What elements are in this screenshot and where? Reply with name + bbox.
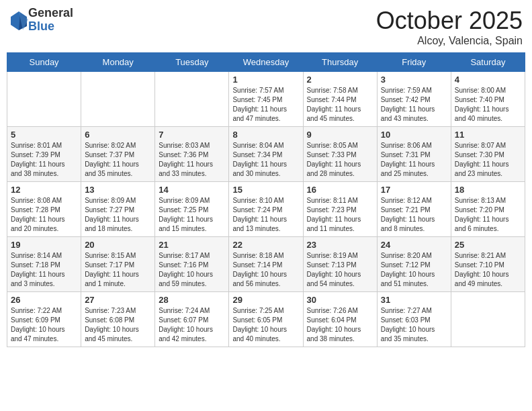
day-number: 25 (455, 240, 521, 250)
day-number: 26 (11, 295, 77, 305)
day-info: Sunrise: 7:57 AMSunset: 7:45 PMDaylight:… (232, 86, 299, 124)
day-number: 14 (159, 185, 225, 195)
calendar-cell: 8Sunrise: 8:04 AMSunset: 7:34 PMDaylight… (229, 127, 303, 182)
day-number: 30 (307, 295, 373, 305)
calendar-cell: 15Sunrise: 8:10 AMSunset: 7:24 PMDayligh… (229, 182, 303, 237)
day-info: Sunrise: 8:15 AMSunset: 7:17 PMDaylight:… (85, 251, 151, 289)
weekday-header-tuesday: Tuesday (155, 53, 229, 72)
calendar-cell: 7Sunrise: 8:03 AMSunset: 7:36 PMDaylight… (155, 127, 229, 182)
week-row-4: 19Sunrise: 8:14 AMSunset: 7:18 PMDayligh… (7, 237, 525, 292)
calendar-cell: 19Sunrise: 8:14 AMSunset: 7:18 PMDayligh… (7, 237, 81, 292)
title-block: October 2025 Alcoy, Valencia, Spain (376, 7, 523, 47)
day-number: 16 (307, 185, 373, 195)
day-number: 3 (381, 75, 447, 85)
calendar-cell: 24Sunrise: 8:20 AMSunset: 7:12 PMDayligh… (377, 237, 451, 292)
calendar-cell: 31Sunrise: 7:27 AMSunset: 6:03 PMDayligh… (377, 292, 451, 347)
day-info: Sunrise: 8:17 AMSunset: 7:16 PMDaylight:… (159, 251, 225, 289)
weekday-header-row: SundayMondayTuesdayWednesdayThursdayFrid… (7, 53, 525, 72)
day-info: Sunrise: 8:07 AMSunset: 7:30 PMDaylight:… (455, 141, 521, 179)
day-info: Sunrise: 8:18 AMSunset: 7:14 PMDaylight:… (232, 251, 299, 289)
weekday-header-sunday: Sunday (7, 53, 81, 72)
day-number: 18 (455, 185, 521, 195)
calendar-cell: 4Sunrise: 8:00 AMSunset: 7:40 PMDaylight… (451, 72, 525, 127)
calendar-cell: 22Sunrise: 8:18 AMSunset: 7:14 PMDayligh… (229, 237, 303, 292)
calendar-cell: 18Sunrise: 8:13 AMSunset: 7:20 PMDayligh… (451, 182, 525, 237)
weekday-header-friday: Friday (377, 53, 451, 72)
week-row-5: 26Sunrise: 7:22 AMSunset: 6:09 PMDayligh… (7, 292, 525, 347)
calendar-cell: 6Sunrise: 8:02 AMSunset: 7:37 PMDaylight… (81, 127, 155, 182)
day-number: 29 (232, 295, 299, 305)
day-number: 10 (381, 130, 447, 140)
logo-text: General Blue (28, 7, 73, 34)
day-info: Sunrise: 8:08 AMSunset: 7:28 PMDaylight:… (11, 196, 77, 234)
day-number: 11 (455, 130, 521, 140)
week-row-1: 1Sunrise: 7:57 AMSunset: 7:45 PMDaylight… (7, 72, 525, 127)
calendar-cell: 5Sunrise: 8:01 AMSunset: 7:39 PMDaylight… (7, 127, 81, 182)
calendar-cell: 10Sunrise: 8:06 AMSunset: 7:31 PMDayligh… (377, 127, 451, 182)
day-number: 28 (159, 295, 225, 305)
week-row-3: 12Sunrise: 8:08 AMSunset: 7:28 PMDayligh… (7, 182, 525, 237)
day-info: Sunrise: 8:06 AMSunset: 7:31 PMDaylight:… (381, 141, 447, 179)
day-number: 8 (232, 130, 299, 140)
day-number: 27 (85, 295, 151, 305)
calendar-table: SundayMondayTuesdayWednesdayThursdayFrid… (7, 52, 525, 347)
calendar-cell: 21Sunrise: 8:17 AMSunset: 7:16 PMDayligh… (155, 237, 229, 292)
calendar-cell: 29Sunrise: 7:25 AMSunset: 6:05 PMDayligh… (229, 292, 303, 347)
day-info: Sunrise: 7:27 AMSunset: 6:03 PMDaylight:… (381, 306, 447, 344)
logo-icon (9, 10, 26, 30)
calendar-cell: 28Sunrise: 7:24 AMSunset: 6:07 PMDayligh… (155, 292, 229, 347)
day-number: 4 (455, 75, 521, 85)
day-info: Sunrise: 8:19 AMSunset: 7:13 PMDaylight:… (307, 251, 373, 289)
calendar-cell: 1Sunrise: 7:57 AMSunset: 7:45 PMDaylight… (229, 72, 303, 127)
calendar-cell: 25Sunrise: 8:21 AMSunset: 7:10 PMDayligh… (451, 237, 525, 292)
calendar-cell: 30Sunrise: 7:26 AMSunset: 6:04 PMDayligh… (303, 292, 377, 347)
calendar-cell: 20Sunrise: 8:15 AMSunset: 7:17 PMDayligh… (81, 237, 155, 292)
day-info: Sunrise: 8:00 AMSunset: 7:40 PMDaylight:… (455, 86, 521, 124)
day-info: Sunrise: 8:10 AMSunset: 7:24 PMDaylight:… (232, 196, 299, 234)
day-info: Sunrise: 7:25 AMSunset: 6:05 PMDaylight:… (232, 306, 299, 344)
day-info: Sunrise: 8:02 AMSunset: 7:37 PMDaylight:… (85, 141, 151, 179)
day-number: 9 (307, 130, 373, 140)
day-number: 2 (307, 75, 373, 85)
day-number: 21 (159, 240, 225, 250)
page-header: General Blue October 2025 Alcoy, Valenci… (7, 7, 525, 47)
calendar-cell: 23Sunrise: 8:19 AMSunset: 7:13 PMDayligh… (303, 237, 377, 292)
weekday-header-monday: Monday (81, 53, 155, 72)
day-number: 19 (11, 240, 77, 250)
day-info: Sunrise: 8:09 AMSunset: 7:25 PMDaylight:… (159, 196, 225, 234)
day-info: Sunrise: 8:04 AMSunset: 7:34 PMDaylight:… (232, 141, 299, 179)
calendar-cell: 16Sunrise: 8:11 AMSunset: 7:23 PMDayligh… (303, 182, 377, 237)
calendar-cell: 17Sunrise: 8:12 AMSunset: 7:21 PMDayligh… (377, 182, 451, 237)
day-info: Sunrise: 8:20 AMSunset: 7:12 PMDaylight:… (381, 251, 447, 289)
day-number: 12 (11, 185, 77, 195)
calendar-cell: 13Sunrise: 8:09 AMSunset: 7:27 PMDayligh… (81, 182, 155, 237)
day-number: 13 (85, 185, 151, 195)
week-row-2: 5Sunrise: 8:01 AMSunset: 7:39 PMDaylight… (7, 127, 525, 182)
day-number: 31 (381, 295, 447, 305)
calendar-cell (7, 72, 81, 127)
day-info: Sunrise: 7:26 AMSunset: 6:04 PMDaylight:… (307, 306, 373, 344)
calendar-cell: 9Sunrise: 8:05 AMSunset: 7:33 PMDaylight… (303, 127, 377, 182)
logo-general: General (28, 7, 73, 20)
logo: General Blue (9, 7, 73, 34)
logo-blue: Blue (28, 20, 73, 34)
calendar-cell (451, 292, 525, 347)
day-info: Sunrise: 8:11 AMSunset: 7:23 PMDaylight:… (307, 196, 373, 234)
day-number: 15 (232, 185, 299, 195)
weekday-header-saturday: Saturday (451, 53, 525, 72)
day-number: 17 (381, 185, 447, 195)
day-info: Sunrise: 8:05 AMSunset: 7:33 PMDaylight:… (307, 141, 373, 179)
day-info: Sunrise: 8:13 AMSunset: 7:20 PMDaylight:… (455, 196, 521, 234)
day-number: 6 (85, 130, 151, 140)
day-info: Sunrise: 7:23 AMSunset: 6:08 PMDaylight:… (85, 306, 151, 344)
location-title: Alcoy, Valencia, Spain (376, 35, 523, 47)
day-info: Sunrise: 8:12 AMSunset: 7:21 PMDaylight:… (381, 196, 447, 234)
day-number: 1 (232, 75, 299, 85)
day-info: Sunrise: 7:59 AMSunset: 7:42 PMDaylight:… (381, 86, 447, 124)
day-number: 24 (381, 240, 447, 250)
day-number: 20 (85, 240, 151, 250)
calendar-cell: 27Sunrise: 7:23 AMSunset: 6:08 PMDayligh… (81, 292, 155, 347)
day-info: Sunrise: 8:03 AMSunset: 7:36 PMDaylight:… (159, 141, 225, 179)
calendar-cell: 26Sunrise: 7:22 AMSunset: 6:09 PMDayligh… (7, 292, 81, 347)
day-number: 23 (307, 240, 373, 250)
